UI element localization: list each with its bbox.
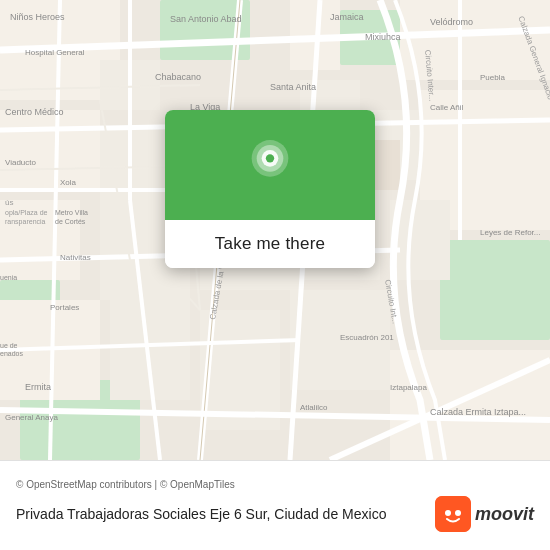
svg-text:Viaducto: Viaducto <box>5 158 37 167</box>
svg-text:Calzada Ermita Iztapa...: Calzada Ermita Iztapa... <box>430 407 526 417</box>
svg-text:Puebla: Puebla <box>480 73 505 82</box>
svg-text:Metro Villa: Metro Villa <box>55 209 88 216</box>
svg-text:Portales: Portales <box>50 303 79 312</box>
svg-text:Atlalilco: Atlalilco <box>300 403 328 412</box>
map-container[interactable]: Niños Heroes Hospital General San Antoni… <box>0 0 550 460</box>
moovit-logo: moovit <box>435 496 534 532</box>
svg-rect-88 <box>435 496 471 532</box>
svg-text:San Antonio Abad: San Antonio Abad <box>170 14 242 24</box>
svg-text:enados: enados <box>0 350 23 357</box>
svg-text:ús: ús <box>5 198 13 207</box>
svg-text:Ermita: Ermita <box>25 382 51 392</box>
svg-rect-21 <box>390 350 550 460</box>
svg-text:Leyes de Refor...: Leyes de Refor... <box>480 228 540 237</box>
svg-text:Chabacano: Chabacano <box>155 72 201 82</box>
location-pin-icon <box>245 140 295 190</box>
popup-card: Take me there <box>165 110 375 268</box>
svg-text:Xola: Xola <box>60 178 77 187</box>
svg-text:General Anaya: General Anaya <box>5 413 58 422</box>
svg-text:Centro Médico: Centro Médico <box>5 107 64 117</box>
svg-text:Niños Heroes: Niños Heroes <box>10 12 65 22</box>
popup-header <box>165 110 375 220</box>
bottom-bar: © OpenStreetMap contributors | © OpenMap… <box>0 460 550 550</box>
svg-text:uenia: uenia <box>0 274 17 281</box>
bottom-info: Privada Trabajadoras Sociales Eje 6 Sur,… <box>16 496 534 532</box>
svg-text:de Cortés: de Cortés <box>55 218 86 225</box>
svg-text:Hospital General: Hospital General <box>25 48 85 57</box>
svg-rect-8 <box>0 110 100 190</box>
svg-text:Escuadrón 201: Escuadrón 201 <box>340 333 394 342</box>
svg-point-89 <box>445 510 451 516</box>
svg-text:opla/Plaza de: opla/Plaza de <box>5 209 48 217</box>
svg-text:Velódromo: Velódromo <box>430 17 473 27</box>
svg-point-87 <box>266 154 274 162</box>
svg-text:Iztapalapa: Iztapalapa <box>390 383 427 392</box>
take-me-there-button[interactable]: Take me there <box>165 220 375 268</box>
svg-rect-5 <box>440 240 550 340</box>
svg-text:Jamaica: Jamaica <box>330 12 364 22</box>
moovit-svg <box>435 496 471 532</box>
svg-text:Mixiuhca: Mixiuhca <box>365 32 401 42</box>
moovit-text: moovit <box>475 504 534 525</box>
moovit-icon <box>435 496 471 532</box>
svg-text:Santa Anita: Santa Anita <box>270 82 316 92</box>
attribution-text: © OpenStreetMap contributors | © OpenMap… <box>16 479 534 490</box>
svg-point-90 <box>455 510 461 516</box>
svg-text:Nativitas: Nativitas <box>60 253 91 262</box>
place-name: Privada Trabajadoras Sociales Eje 6 Sur,… <box>16 505 423 523</box>
svg-text:Calle Añil: Calle Añil <box>430 103 464 112</box>
svg-text:ransparencia: ransparencia <box>5 218 46 226</box>
svg-text:ue de: ue de <box>0 342 18 349</box>
